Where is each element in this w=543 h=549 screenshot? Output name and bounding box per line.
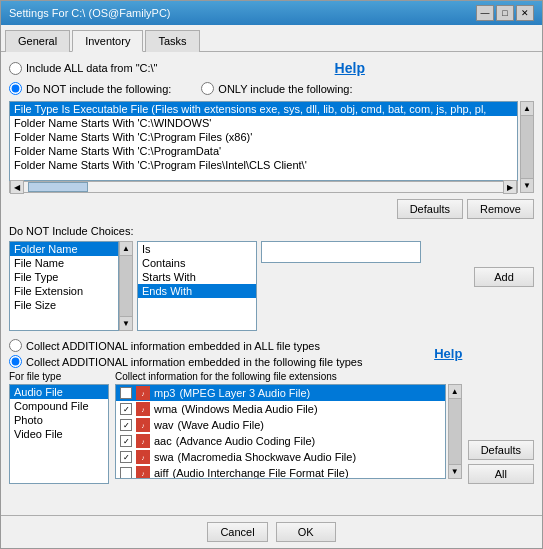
ext-name: swa <box>154 451 174 463</box>
scroll-up-arrow3[interactable]: ▲ <box>449 385 461 399</box>
left-list-wrapper: Folder Name File Name File Type File Ext… <box>9 241 133 331</box>
include-all-radio[interactable] <box>9 62 22 75</box>
condition-value-input[interactable] <box>261 241 421 263</box>
tab-inventory[interactable]: Inventory <box>72 30 143 52</box>
ext-checkbox[interactable]: ✓ <box>120 387 132 399</box>
maximize-button[interactable]: □ <box>496 5 514 21</box>
file-type-item[interactable]: Video File <box>10 427 108 441</box>
h-scrollbar[interactable]: ◀ ▶ <box>9 181 518 193</box>
ext-right-buttons: Defaults All <box>468 371 534 484</box>
scroll-down-arrow[interactable]: ▼ <box>521 178 533 192</box>
condition-item[interactable]: Is <box>138 242 256 256</box>
tab-tasks[interactable]: Tasks <box>145 30 199 52</box>
include-all-label: Include ALL data from "C:\" <box>26 62 158 74</box>
choice-item[interactable]: Folder Name <box>10 242 118 256</box>
collect-help-link[interactable]: Help <box>362 346 534 361</box>
main-window: Settings For C:\ (OS@FamilyPC) — □ ✕ Gen… <box>0 0 543 549</box>
ext-icon: ♪ <box>136 466 150 479</box>
scroll-up-arrow[interactable]: ▲ <box>521 102 533 116</box>
choice-item[interactable]: File Type <box>10 270 118 284</box>
collect-section: Collect ADDITIONAL information embedded … <box>9 339 534 484</box>
collect-all-radio[interactable] <box>9 339 22 352</box>
exclusion-item[interactable]: Folder Name Starts With 'C:\WINDOWS' <box>10 116 517 130</box>
scroll-down-arrow3[interactable]: ▼ <box>449 464 461 478</box>
ext-vscroll[interactable]: ▲ ▼ <box>448 384 462 479</box>
for-file-type-label: For file type <box>9 371 109 382</box>
extension-item[interactable]: ♪ aiff (Audio Interchange File Format Fi… <box>116 465 445 479</box>
tab-general[interactable]: General <box>5 30 70 52</box>
ext-checkbox[interactable]: ✓ <box>120 403 132 415</box>
ext-defaults-button[interactable]: Defaults <box>468 440 534 460</box>
remove-button[interactable]: Remove <box>467 199 534 219</box>
exclusion-list-container: File Type Is Executable File (Files with… <box>9 101 518 193</box>
ext-icon: ♪ <box>136 418 150 432</box>
defaults-button[interactable]: Defaults <box>397 199 463 219</box>
file-type-item[interactable]: Photo <box>10 413 108 427</box>
ext-all-button[interactable]: All <box>468 464 534 484</box>
v-scroll-track <box>521 116 533 178</box>
choices-input-area: Add <box>261 241 534 287</box>
choices-row: Folder Name File Name File Type File Ext… <box>9 241 534 331</box>
ext-checkbox[interactable]: ✓ <box>120 419 132 431</box>
ext-name: wma <box>154 403 177 415</box>
help-link[interactable]: Help <box>166 60 534 76</box>
only-include-radio[interactable] <box>201 82 214 95</box>
not-include-radio[interactable] <box>9 82 22 95</box>
minimize-button[interactable]: — <box>476 5 494 21</box>
exclusion-item[interactable]: Folder Name Starts With 'C:\ProgramData' <box>10 144 517 158</box>
ext-checkbox[interactable]: ✓ <box>120 451 132 463</box>
ext-checkbox[interactable]: ✓ <box>120 435 132 447</box>
extension-item[interactable]: ✓ ♪ mp3 (MPEG Layer 3 Audio File) <box>116 385 445 401</box>
extension-item[interactable]: ✓ ♪ swa (Macromedia Shockwave Audio File… <box>116 449 445 465</box>
v-scrollbar[interactable]: ▲ ▼ <box>520 101 534 193</box>
extension-item[interactable]: ✓ ♪ wav (Wave Audio File) <box>116 417 445 433</box>
add-btn-row: Add <box>261 267 534 287</box>
extensions-list[interactable]: ✓ ♪ mp3 (MPEG Layer 3 Audio File) ✓ ♪ wm… <box>115 384 446 479</box>
exclusion-item[interactable]: Folder Name Starts With 'C:\Program File… <box>10 158 517 172</box>
condition-item[interactable]: Ends With <box>138 284 256 298</box>
choices-left-list[interactable]: Folder Name File Name File Type File Ext… <box>9 241 119 331</box>
cancel-button[interactable]: Cancel <box>207 522 267 542</box>
choices-label: Do NOT Include Choices: <box>9 225 534 237</box>
file-type-item[interactable]: Compound File <box>10 399 108 413</box>
include-all-row: Include ALL data from "C:\" Help <box>9 60 534 76</box>
ext-checkbox[interactable] <box>120 467 132 479</box>
extension-item[interactable]: ✓ ♪ aac (Advance Audio Coding File) <box>116 433 445 449</box>
v-scroll-track3 <box>449 399 461 464</box>
scroll-left-arrow[interactable]: ◀ <box>10 180 24 194</box>
collect-radios: Collect ADDITIONAL information embedded … <box>9 339 362 368</box>
only-include-radio-row: ONLY include the following: <box>201 82 352 95</box>
not-include-label: Do NOT include the following: <box>26 83 171 95</box>
ext-icon: ♪ <box>136 402 150 416</box>
choices-left-vscroll[interactable]: ▲ ▼ <box>119 241 133 331</box>
exclusion-item[interactable]: Folder Name Starts With 'C:\Program File… <box>10 130 517 144</box>
condition-item[interactable]: Starts With <box>138 270 256 284</box>
file-type-item[interactable]: Audio File <box>10 385 108 399</box>
bottom-bar: Cancel OK <box>1 515 542 548</box>
close-button[interactable]: ✕ <box>516 5 534 21</box>
scrollbar-thumb[interactable] <box>28 182 88 192</box>
file-type-list[interactable]: Audio File Compound File Photo Video Fil… <box>9 384 109 484</box>
ext-name: aiff <box>154 467 168 479</box>
exclusion-item[interactable]: File Type Is Executable File (Files with… <box>10 102 517 116</box>
scroll-up-arrow2[interactable]: ▲ <box>120 242 132 256</box>
ext-desc: (Advance Audio Coding File) <box>176 435 315 447</box>
condition-item[interactable]: Contains <box>138 256 256 270</box>
exclusion-list[interactable]: File Type Is Executable File (Files with… <box>9 101 518 181</box>
include-all-radio-row: Include ALL data from "C:\" <box>9 62 158 75</box>
window-title: Settings For C:\ (OS@FamilyPC) <box>9 7 171 19</box>
include-options-row: Do NOT include the following: ONLY inclu… <box>9 82 534 95</box>
scroll-down-arrow2[interactable]: ▼ <box>120 316 132 330</box>
add-button[interactable]: Add <box>474 267 534 287</box>
not-include-radio-row: Do NOT include the following: <box>9 82 171 95</box>
scroll-right-arrow[interactable]: ▶ <box>503 180 517 194</box>
choices-right-list[interactable]: Is Contains Starts With Ends With <box>137 241 257 331</box>
ext-name: aac <box>154 435 172 447</box>
extension-item[interactable]: ✓ ♪ wma (Windows Media Audio File) <box>116 401 445 417</box>
ok-button[interactable]: OK <box>276 522 336 542</box>
choice-item[interactable]: File Size <box>10 298 118 312</box>
extensions-col: Collect information for the following fi… <box>115 371 462 484</box>
choice-item[interactable]: File Name <box>10 256 118 270</box>
choice-item[interactable]: File Extension <box>10 284 118 298</box>
collect-following-radio[interactable] <box>9 355 22 368</box>
